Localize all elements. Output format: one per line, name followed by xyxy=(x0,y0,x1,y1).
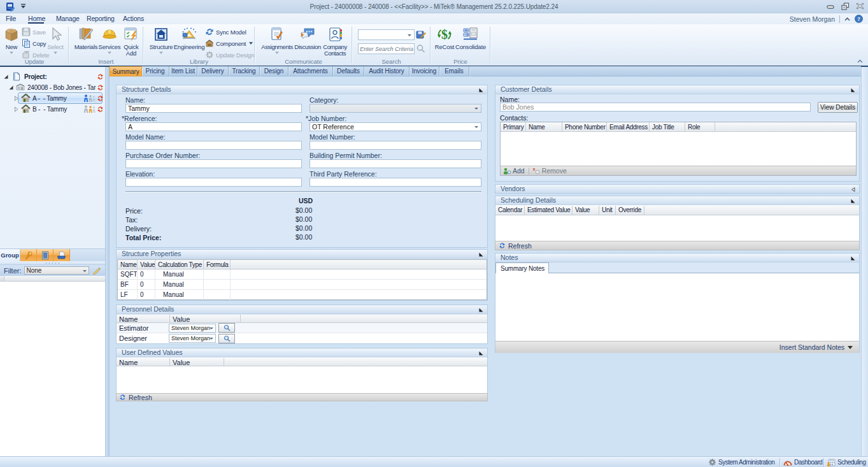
tab-attachments[interactable]: Attachments xyxy=(288,66,333,76)
refresh-icon[interactable] xyxy=(97,106,104,113)
sync-model-button[interactable]: Sync Model xyxy=(205,27,246,37)
engineering-button[interactable]: Engineering xyxy=(170,25,208,57)
search-scope-combobox[interactable] xyxy=(358,29,415,40)
tab-invoicing[interactable]: Invoicing xyxy=(409,66,439,76)
insert-standard-notes-button[interactable]: Insert Standard Notes xyxy=(779,343,853,351)
search-input[interactable]: Enter Search Criteria xyxy=(358,43,415,54)
tab-item-list[interactable]: Item List xyxy=(169,66,197,76)
remove-contact-button[interactable]: Remove xyxy=(532,167,567,175)
group-tab[interactable]: Group xyxy=(0,249,20,262)
personnel-row-designer[interactable]: Designer Steven Morgan xyxy=(117,333,487,343)
column-header[interactable]: Job Title xyxy=(650,122,685,131)
column-header[interactable]: Name xyxy=(117,315,170,322)
assignments-button[interactable]: Assignments xyxy=(259,25,295,57)
new-button[interactable]: New xyxy=(1,25,22,57)
collapse-ribbon-bottom-icon[interactable] xyxy=(857,59,863,63)
contacts-table-body[interactable] xyxy=(501,132,856,166)
column-header[interactable]: Name xyxy=(526,122,562,131)
column-header[interactable]: Override xyxy=(616,206,644,215)
add-contact-button[interactable]: Add xyxy=(503,167,525,175)
table-row[interactable]: BF 0 Manual xyxy=(118,280,487,290)
save-button[interactable]: Save xyxy=(22,27,46,37)
update-design-button[interactable]: Update Design xyxy=(205,50,254,60)
po-input[interactable] xyxy=(125,159,302,168)
group-by-printer-button[interactable] xyxy=(53,249,70,262)
column-header[interactable]: Phone Number xyxy=(562,122,607,131)
prop-calc-cell[interactable]: Manual xyxy=(155,290,204,300)
restore-button[interactable] xyxy=(841,2,850,10)
discussion-button[interactable]: Discussion xyxy=(294,25,322,57)
consolidate-button[interactable]: Consolidate xyxy=(453,25,488,57)
collapse-ribbon-icon[interactable] xyxy=(844,17,850,21)
column-header[interactable]: Value xyxy=(138,260,155,269)
column-header[interactable]: Estimated Value xyxy=(525,206,573,215)
help-icon[interactable]: ? xyxy=(855,15,863,23)
column-header[interactable]: Name xyxy=(117,358,170,366)
status-dashboard[interactable]: Dashboard xyxy=(783,457,822,467)
tab-delivery[interactable]: Delivery xyxy=(197,66,229,76)
status-system-administration[interactable]: System Administration xyxy=(708,457,774,467)
select-button[interactable]: Select xyxy=(45,25,66,57)
designer-lookup-button[interactable] xyxy=(218,334,235,343)
notes-header[interactable]: Notes xyxy=(495,254,859,262)
column-header[interactable]: Formula xyxy=(204,260,231,269)
ribbon-tab-file[interactable]: File xyxy=(5,14,17,24)
expanded-arrow-icon[interactable] xyxy=(3,74,9,80)
column-header[interactable]: Email Address xyxy=(607,122,650,131)
model-name-input[interactable] xyxy=(125,141,302,150)
tab-pricing[interactable]: Pricing xyxy=(141,66,169,76)
category-select[interactable] xyxy=(309,104,481,113)
vertical-scrollbar[interactable] xyxy=(861,67,868,456)
permit-input[interactable] xyxy=(309,159,481,168)
collapsed-arrow-icon[interactable] xyxy=(13,106,19,112)
scheduling-details-header[interactable]: Scheduling Details xyxy=(495,196,859,205)
column-header[interactable]: Calendar xyxy=(495,206,525,215)
refresh-icon[interactable] xyxy=(119,394,126,401)
name-input[interactable]: Tammy xyxy=(125,104,302,113)
column-header[interactable]: Unit xyxy=(599,206,616,215)
collapse-arrow-icon[interactable] xyxy=(479,308,483,312)
third-party-input[interactable] xyxy=(309,178,481,187)
expanded-arrow-icon[interactable] xyxy=(8,85,14,90)
personnel-details-header[interactable]: Personnel Details xyxy=(117,305,487,314)
copy-button[interactable]: Copy xyxy=(22,38,46,48)
table-row[interactable]: LF 0 Manual xyxy=(118,290,487,300)
group-by-door-button[interactable] xyxy=(37,249,53,262)
prop-value-cell[interactable]: 0 xyxy=(138,280,155,289)
view-details-button[interactable]: View Details xyxy=(818,102,858,113)
minimize-button[interactable] xyxy=(826,2,835,10)
tree-item-structure-b[interactable]: B - - Tammy xyxy=(0,104,105,114)
filter-dropdown[interactable]: None xyxy=(24,266,89,275)
refresh-icon[interactable] xyxy=(97,95,104,102)
collapse-arrow-icon[interactable] xyxy=(479,252,483,257)
column-header[interactable]: Value xyxy=(170,358,224,366)
tab-summary[interactable]: Summary xyxy=(110,66,142,76)
refresh-icon[interactable] xyxy=(499,242,506,249)
collapse-arrow-icon[interactable] xyxy=(851,88,855,92)
structure-details-header[interactable]: Structure Details xyxy=(117,85,487,94)
ribbon-tab-reporting[interactable]: Reporting xyxy=(87,14,114,24)
prop-calc-cell[interactable]: Manual xyxy=(155,269,204,279)
column-header[interactable]: Calculation Type xyxy=(155,260,204,269)
tree-item-structure-a[interactable]: A - - Tammy xyxy=(0,93,105,103)
quick-add-button[interactable]: Quick Add xyxy=(120,25,142,57)
estimator-lookup-button[interactable] xyxy=(218,323,235,333)
job-number-select[interactable]: OT Reference xyxy=(309,122,481,131)
personnel-row-estimator[interactable]: Estimator Steven Morgan xyxy=(117,323,487,333)
filter-edit-icon[interactable] xyxy=(92,266,102,275)
tab-defaults[interactable]: Defaults xyxy=(333,66,364,76)
tab-tracking[interactable]: Tracking xyxy=(229,66,260,76)
close-button[interactable] xyxy=(855,2,864,10)
estimator-select[interactable]: Steven Morgan xyxy=(169,324,216,333)
customer-name-input[interactable]: Bob Jones xyxy=(500,103,811,111)
table-row[interactable]: SQFT 0 Manual xyxy=(118,269,487,280)
ribbon-tab-manage[interactable]: Manage xyxy=(56,14,78,24)
notes-textarea[interactable] xyxy=(495,273,859,341)
ribbon-tab-home[interactable]: Home xyxy=(28,14,44,24)
model-number-input[interactable] xyxy=(309,141,481,150)
column-header[interactable]: Value xyxy=(573,206,599,215)
expand-arrow-icon[interactable] xyxy=(851,187,855,192)
company-contacts-button[interactable]: Company Contacts xyxy=(321,25,349,57)
column-header[interactable]: Primary xyxy=(501,122,526,131)
tab-audit-history[interactable]: Audit History xyxy=(364,66,409,76)
